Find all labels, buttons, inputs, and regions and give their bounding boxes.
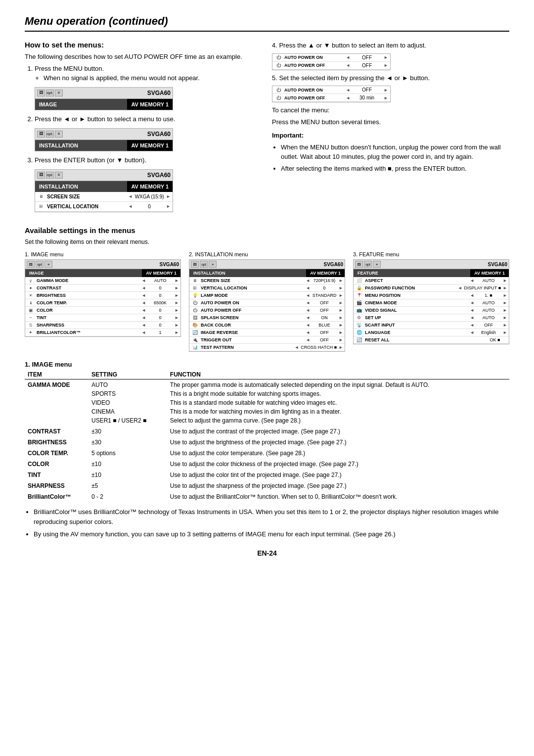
feature-menu-panel: 3. FEATURE menu 🖼 opt ≡ SVGA60 FEATURE A… <box>353 251 509 344</box>
gamma-settings: AUTOSPORTSVIDEOCINEMAUSER1 ■ / USER2 ■ <box>89 379 167 426</box>
apwroff-icon: ⏻ <box>191 308 199 313</box>
color-function: Use to adjust the color thickness of the… <box>167 459 509 470</box>
feat-row-password: 🔒 PASSWORD FUNCTION ◄ DISPLAY INPUT ■ ► <box>354 284 509 292</box>
image-bar-right: AV MEMORY 1 <box>142 269 180 277</box>
table-row-contrast: CONTRAST ±30 Use to adjust the contrast … <box>25 426 509 437</box>
inst-row-trigout: 🔌 TRIGGER OUT ◄ OFF ► <box>189 336 345 344</box>
color-item: COLOR <box>25 459 89 470</box>
feat-icon-3: ≡ <box>373 261 381 268</box>
auto-power-box-step5: ⏻ AUTO POWER ON ◄ OFF ► ⏻ AUTO POWER OFF… <box>272 86 391 102</box>
model-name-2: SVGA60 <box>147 130 171 139</box>
menu-bar-right-2: AV MEMORY 1 <box>127 140 173 151</box>
table-row-gamma: GAMMA MODE AUTOSPORTSVIDEOCINEMAUSER1 ■ … <box>25 379 509 426</box>
three-menus-container: 1. IMAGE menu 🖼 opt ≡ SVGA60 IMAGE AV ME… <box>25 251 509 352</box>
menu-bar-left-2: INSTALLATION <box>35 140 127 151</box>
brightness-function: Use to adjust the brightness of the proj… <box>167 437 509 448</box>
testpattern-icon: 📊 <box>191 345 199 350</box>
feat-model: SVGA60 <box>488 262 507 267</box>
table-row-sharpness: SHARPNESS ±5 Use to adjust the sharpness… <box>25 480 509 491</box>
menu-bar-left-1: IMAGE <box>35 99 127 110</box>
colortemp-icon: 🌡 <box>27 300 35 305</box>
brilliantcolor-icon: ✦ <box>27 330 35 335</box>
feat-row-resetall: 🔄 RESET ALL OK ■ <box>354 336 509 344</box>
splash-icon: 🖼 <box>191 315 199 320</box>
sharpness-setting: ±5 <box>89 480 167 491</box>
setup-icon: ⚙ <box>355 315 363 320</box>
menu-box-enter: 🖼 opt. ≡ SVGA60 INSTALLATION AV MEMORY 1… <box>35 169 173 213</box>
image-bar-left: IMAGE <box>25 269 142 277</box>
menu-bar-right-1: AV MEMORY 1 <box>127 99 173 110</box>
menu-header-3: 🖼 opt. ≡ SVGA60 <box>35 170 173 181</box>
function-table: ITEM SETTING FUNCTION GAMMA MODE AUTOSPO… <box>25 370 509 502</box>
installation-menu-box: 🖼 opt ≡ SVGA60 INSTALLATION AV MEMORY 1 … <box>189 259 345 352</box>
cancel-text: Press the MENU button several times. <box>272 117 509 127</box>
lampmode-icon: 💡 <box>191 293 199 298</box>
model-name-3: SVGA60 <box>147 171 171 180</box>
img-row-contrast: ● CONTRAST ◄ 0 ► <box>25 284 180 292</box>
inst-bar-right: AV MEMORY 1 <box>306 269 345 277</box>
videosig-icon: 📺 <box>355 308 363 313</box>
how-to-steps: Press the MENU button. When no signal is… <box>35 64 252 213</box>
sharpness-function: Use to adjust the sharpness of the proje… <box>167 480 509 491</box>
cancel-label: To cancel the menu: <box>272 105 509 115</box>
menu-box-image: 🖼 opt. ≡ SVGA60 IMAGE AV MEMORY 1 <box>35 87 173 111</box>
img-icon-2: opt <box>36 261 44 268</box>
inst-bar-left: INSTALLATION <box>189 269 306 277</box>
table-row-brilliantcolor: BrilliantColor™ 0 - 2 Use to adjust the … <box>25 491 509 502</box>
tint-item: TINT <box>25 470 89 480</box>
auto-power-on-row-4: ⏻ AUTO POWER ON ◄ OFF ► <box>272 54 390 62</box>
screen-size-icon: 🖥 <box>37 193 45 200</box>
inst-vertloc-icon: ⊞ <box>191 285 199 290</box>
feat-bar-left: FEATURE <box>354 269 470 277</box>
step-3: Press the ENTER button (or ▼ button). 🖼 … <box>35 155 252 212</box>
feature-menu-label: 3. FEATURE menu <box>353 251 509 257</box>
model-name-1: SVGA60 <box>147 89 171 97</box>
important-bullet-1: When the MENU button doesn't function, u… <box>281 142 509 162</box>
inst-icon-3: ≡ <box>209 261 217 268</box>
note-1: BrilliantColor™ uses BrilliantColor™ tec… <box>34 507 509 526</box>
menu-icon-6: ≡ <box>55 131 63 138</box>
brightness-icon: ☀ <box>27 293 35 298</box>
step4-text: 4. Press the ▲ or ▼ button to select an … <box>272 41 509 50</box>
step-2: Press the ◄ or ► button to select a menu… <box>35 114 252 151</box>
inst-row-splash: 🖼 SPLASH SCREEN ◄ ON ► <box>189 314 345 322</box>
menu-icon-9: ≡ <box>55 172 63 179</box>
inst-row-imgrev: 🔄 IMAGE REVERSE ◄ OFF ► <box>189 329 345 336</box>
gamma-functions: The proper gamma mode is automatically s… <box>167 379 509 426</box>
feature-menu-box: 🖼 opt ≡ SVGA60 FEATURE AV MEMORY 1 ⬜ ASP… <box>353 259 509 344</box>
feat-icon-1: 🖼 <box>355 261 363 268</box>
menu-icon-3: ≡ <box>55 90 63 96</box>
password-icon: 🔒 <box>355 285 363 290</box>
contrast-setting: ±30 <box>89 426 167 437</box>
table-row-tint: TINT ±10 Use to adjust the color tint of… <box>25 470 509 480</box>
feat-row-menupos: 📍 MENU POSITION ◄ 1. ■ ► <box>354 292 509 299</box>
menupos-icon: 📍 <box>355 293 363 298</box>
brightness-setting: ±30 <box>89 437 167 448</box>
inst-icon-2: opt <box>200 261 208 268</box>
inst-model: SVGA60 <box>324 262 343 267</box>
how-to-intro: The following describes how to set AUTO … <box>25 52 252 62</box>
scartinput-icon: 📡 <box>355 323 363 328</box>
menu-bar-right-3: AV MEMORY 1 <box>127 181 173 192</box>
img-row-brilliantcolor: ✦ BrilliantColor™ ◄ 1 ► <box>25 329 180 336</box>
feat-row-scartinput: 📡 SCART INPUT ◄ OFF ► <box>354 322 509 329</box>
menu-icon-1: 🖼 <box>37 90 45 96</box>
backcolor-icon: 🎨 <box>191 323 199 328</box>
menu-row-vertloc: ⊞ VERTICAL LOCATION ◄ 0 ► <box>35 202 173 212</box>
inst-row-lampmode: 💡 LAMP MODE ◄ STANDARD ► <box>189 292 345 299</box>
sharpness-item: SHARPNESS <box>25 480 89 491</box>
menu-icon-7: 🖼 <box>37 172 45 179</box>
important-label: Important: <box>272 131 509 141</box>
feat-row-cinemamode: 🎬 CINEMA MODE ◄ AUTO ► <box>354 299 509 307</box>
image-menu-label: 1. IMAGE menu <box>25 251 181 257</box>
resetall-icon: 🔄 <box>355 337 363 342</box>
aspect-icon: ⬜ <box>355 278 363 283</box>
page-number: EN-24 <box>25 549 509 557</box>
apwron-icon: ⏻ <box>191 300 199 305</box>
img-row-color: ▣ COLOR ◄ 0 ► <box>25 307 180 314</box>
inst-row-apwroff: ⏻ AUTO POWER OFF ◄ OFF ► <box>189 307 345 314</box>
image-menu-header: 🖼 opt ≡ SVGA60 <box>25 260 180 269</box>
installation-menu-panel: 2. INSTALLATION menu 🖼 opt ≡ SVGA60 INST… <box>189 251 345 352</box>
step5-text: 5. Set the selected item by pressing the… <box>272 73 509 83</box>
feat-bar-right: AV MEMORY 1 <box>470 269 509 277</box>
